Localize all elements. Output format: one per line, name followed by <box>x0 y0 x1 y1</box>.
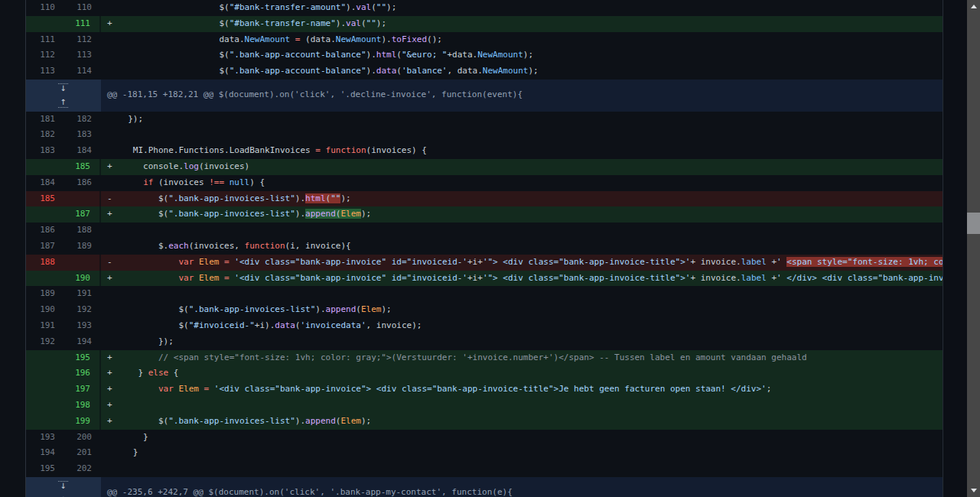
code-token: ".bank-app-invoices-list" <box>168 209 295 219</box>
new-line-number[interactable]: 184 <box>65 143 101 159</box>
diff-view: { "colors": { "background": "#0d1117", "… <box>0 0 980 497</box>
new-line-number[interactable]: 201 <box>65 445 101 461</box>
new-line-number[interactable]: 110 <box>65 0 101 16</box>
new-line-number[interactable]: 197 <box>65 382 101 398</box>
new-line-number[interactable]: 194 <box>65 334 101 350</box>
scroll-up-icon <box>971 5 977 8</box>
code-token <box>209 384 214 394</box>
old-line-number[interactable]: 195 <box>25 461 65 477</box>
code-token: label <box>741 257 767 267</box>
new-line-number[interactable]: 191 <box>65 286 101 302</box>
scrollbar-thumb[interactable] <box>967 213 980 234</box>
vertical-scrollbar[interactable] <box>967 0 980 497</box>
hunk-range: @@ -181,15 +182,21 @@ <box>107 87 213 103</box>
old-line-number[interactable]: 189 <box>25 286 65 302</box>
old-line-number[interactable]: 194 <box>25 445 65 461</box>
old-line-number[interactable]: 186 <box>25 223 65 239</box>
code-token: append <box>305 416 336 426</box>
code-token: ); <box>340 193 350 203</box>
old-line-number[interactable]: 112 <box>25 47 65 63</box>
code-token <box>118 257 178 267</box>
diff-sign <box>101 239 118 255</box>
new-line-number[interactable] <box>65 191 101 207</box>
old-line-number[interactable] <box>25 365 65 382</box>
code-token: (invoices) { <box>366 145 427 155</box>
old-line-number[interactable]: 192 <box>25 334 65 350</box>
scrollbar-down-button[interactable] <box>967 484 980 497</box>
diff-row-del: 185- $(".bank-app-invoices-list").html("… <box>25 191 943 207</box>
old-line-number[interactable] <box>25 206 65 223</box>
old-line-number[interactable]: 183 <box>25 143 65 159</box>
old-line-number[interactable] <box>25 414 65 430</box>
diff-sign: + <box>101 159 118 175</box>
old-line-number[interactable]: 188 <box>25 255 65 271</box>
new-line-number[interactable]: 114 <box>65 63 101 80</box>
code-token: + invoice. <box>690 273 741 283</box>
new-line-number[interactable]: 198 <box>65 398 101 414</box>
code-token: val <box>346 18 361 28</box>
new-line-number[interactable]: 183 <box>65 127 101 143</box>
code-token: ' <box>777 257 786 267</box>
old-line-number[interactable]: 113 <box>25 63 65 80</box>
new-line-number[interactable]: 189 <box>65 239 101 255</box>
code-token: } <box>118 368 148 378</box>
new-line-number[interactable]: 192 <box>65 302 101 318</box>
expand-up-button[interactable]: ↑ <box>25 96 101 112</box>
code-token: else <box>148 368 169 378</box>
old-line-number[interactable] <box>25 382 65 398</box>
old-line-number[interactable]: 111 <box>25 32 65 48</box>
old-line-number[interactable]: 181 <box>25 112 65 128</box>
old-line-number[interactable] <box>25 159 65 175</box>
new-line-number[interactable]: 196 <box>65 365 101 382</box>
old-line-number[interactable] <box>25 271 65 287</box>
old-line-number[interactable]: 185 <box>25 191 65 207</box>
old-line-number[interactable]: 191 <box>25 318 65 334</box>
new-line-number[interactable]: 185 <box>65 159 101 175</box>
old-line-number[interactable]: 184 <box>25 175 65 191</box>
old-line-number[interactable] <box>25 16 65 32</box>
new-line-number[interactable]: 193 <box>65 318 101 334</box>
code-token: val <box>356 2 371 12</box>
new-line-number[interactable]: 186 <box>65 175 101 191</box>
diff-row-del: 188- var Elem = '<div class="bank-app-in… <box>25 255 943 271</box>
old-line-number[interactable] <box>25 398 65 414</box>
old-line-number[interactable]: 187 <box>25 239 65 255</box>
code-token: '<div class="bank-app-invoice" id="invoi… <box>234 273 467 283</box>
new-line-number[interactable]: 113 <box>65 47 101 63</box>
code-token: ). <box>315 304 325 314</box>
old-line-number[interactable]: 110 <box>25 0 65 16</box>
code-token: ( <box>361 18 366 28</box>
new-line-number[interactable]: 190 <box>65 271 101 287</box>
scrollbar-up-button[interactable] <box>967 0 980 13</box>
new-line-number[interactable]: 187 <box>65 206 101 223</box>
new-line-number[interactable]: 111 <box>65 16 101 32</box>
code-line: $("#bank-transfer-amount").val(""); <box>118 0 943 16</box>
code-token: + <box>767 273 777 283</box>
diff-sign <box>101 461 118 477</box>
new-line-number[interactable]: 200 <box>65 430 101 446</box>
new-line-number[interactable]: 199 <box>65 414 101 430</box>
new-line-number[interactable]: 188 <box>65 223 101 239</box>
code-token: log <box>184 161 199 171</box>
expand-up-button[interactable]: ↑ <box>25 493 101 497</box>
code-token <box>118 273 178 283</box>
arrow-up-icon: ↑ <box>60 99 66 106</box>
old-line-number[interactable]: 190 <box>25 302 65 318</box>
old-line-number[interactable] <box>25 350 65 366</box>
new-line-number[interactable]: 202 <box>65 461 101 477</box>
code-token <box>118 177 143 187</box>
new-line-number[interactable]: 112 <box>65 32 101 48</box>
new-line-number[interactable] <box>65 255 101 271</box>
expand-down-button[interactable]: ↓ <box>25 80 101 96</box>
expand-down-button[interactable]: ↓ <box>25 477 101 493</box>
hunk-range: @@ -235,6 +242,7 @@ <box>107 485 203 497</box>
code-token: ). <box>366 50 376 60</box>
new-line-number[interactable]: 182 <box>65 112 101 128</box>
code-token: , invoice); <box>366 320 422 330</box>
code-token: toFixed <box>392 34 427 44</box>
code-token: ".bank-app-account-balance" <box>230 66 366 76</box>
old-line-number[interactable]: 182 <box>25 127 65 143</box>
code-line <box>118 286 943 302</box>
old-line-number[interactable]: 193 <box>25 430 65 446</box>
new-line-number[interactable]: 195 <box>65 350 101 366</box>
